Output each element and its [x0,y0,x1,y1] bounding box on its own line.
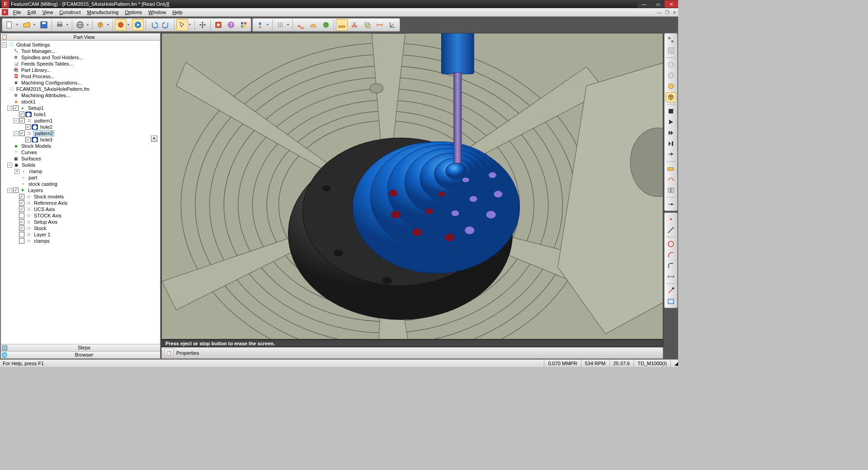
viewport-3d[interactable]: TOOLBOX◄ RESULTS◄ [161,33,663,339]
view-front-button[interactable] [665,46,676,56]
expand-icon[interactable]: − [14,131,19,136]
checkbox[interactable]: ✓ [19,194,24,199]
steps-tab[interactable]: 🔢Steps [1,344,160,351]
maximize-button[interactable]: ▭ [651,0,665,8]
help-button[interactable]: ? [225,19,237,31]
select-button[interactable] [176,19,188,31]
properties-label[interactable]: Properties [176,350,199,356]
expand-icon[interactable]: − [7,106,12,111]
sim-erase-button[interactable] [665,164,676,174]
geom-edit-button[interactable] [665,286,676,296]
tree-layer-item[interactable]: STOCK Axis [33,213,62,218]
sim-stop-button[interactable] [665,106,676,116]
sim-clip-button[interactable] [665,185,676,195]
checkbox[interactable]: ✓ [19,207,24,212]
tree-hole2[interactable]: hole2 [39,124,53,130]
sim-end-button[interactable] [665,139,676,149]
measure-button[interactable] [336,19,348,31]
tree-layers[interactable]: Layers [27,188,44,193]
sim-fast-button[interactable] [665,128,676,138]
checkbox[interactable]: ✓ [25,137,31,142]
checkbox[interactable]: ✓ [19,219,24,225]
view-wireframe-button[interactable] [665,60,676,70]
partview-icon[interactable]: 📋 [1,34,8,40]
sim-step-button[interactable] [665,150,676,160]
tree[interactable]: −📄Global Settings 🔧Tool Manager... ⚙Spin… [1,41,160,344]
sim-region-button[interactable] [665,174,676,184]
resize-grip[interactable]: ◢ [670,360,678,367]
curve-button[interactable] [295,19,307,31]
expand-icon[interactable]: − [14,118,19,123]
tree-item[interactable]: Post Process... [20,74,56,79]
minimize-button[interactable]: — [637,0,651,8]
menu-view[interactable]: View [39,9,57,16]
tree-solids[interactable]: Solids [21,162,36,168]
tree-global[interactable]: Global Settings [15,42,51,47]
geom-circle-button[interactable] [665,239,676,249]
checkbox[interactable]: ✓ [19,112,24,117]
tree-solid[interactable]: part [28,175,38,180]
tree-item[interactable]: Tool Manager... [20,48,56,54]
redo-button[interactable] [160,19,172,31]
tree-layer-item[interactable]: Setup Axis [33,219,58,225]
geom-fillet-button[interactable] [665,261,676,271]
feature-button[interactable] [212,19,224,31]
surface-button[interactable] [307,19,319,31]
save-button[interactable] [38,19,50,31]
solid-button[interactable] [320,19,332,31]
menu-edit[interactable]: Edit [24,9,39,16]
tree-curves[interactable]: Curves [20,150,38,155]
tree-item[interactable]: Spindles and Tool Holders... [20,55,84,60]
checkbox[interactable] [19,232,24,237]
trim-button[interactable] [349,19,360,31]
tree-solid[interactable]: stock casting [28,181,58,187]
snap-point-button[interactable] [254,19,266,31]
transform-button[interactable] [197,19,208,31]
app-menu-icon[interactable]: F [2,9,8,15]
view-shaded-button[interactable] [665,81,676,91]
mdi-restore-button[interactable]: ❐ [663,10,671,15]
tree-solid[interactable]: clamp [28,169,43,174]
simulate-button[interactable] [132,19,144,31]
sim-speed-button[interactable] [665,199,676,209]
tree-layer-item[interactable]: Stock models [33,194,65,199]
checkbox[interactable] [19,213,24,218]
mdi-minimize-button[interactable]: — [655,10,663,15]
geom-dim-button[interactable] [665,272,676,282]
tree-layer-item[interactable]: Reference Axis [33,200,68,206]
browser-tab[interactable]: 🌐Browser [1,351,160,358]
expand-icon[interactable]: + [14,169,19,174]
menu-manufacturing[interactable]: Manufacturing [84,9,122,16]
menu-file[interactable]: File [10,9,24,16]
tree-item[interactable]: Feeds Speeds Tables... [20,61,74,66]
tree-layer-item[interactable]: Layer 1 [33,232,52,237]
tree-pattern1[interactable]: pattern1 [33,118,53,123]
tree-pattern2[interactable]: pattern2 [33,130,54,136]
menu-construct[interactable]: Construct [56,9,84,16]
checkbox[interactable]: ✓ [19,131,25,136]
tree-setup1[interactable]: Setup1 [27,105,45,111]
close-button[interactable]: ✕ [665,0,678,8]
tree-layer-item[interactable]: clamps [33,238,51,244]
geom-line-button[interactable] [665,225,676,235]
tree-stockmodels[interactable]: Stock Models [20,143,52,149]
checkbox[interactable]: ✓ [19,118,25,123]
expand-icon[interactable]: − [7,163,12,168]
undo-button[interactable] [148,19,160,31]
view-top-button[interactable] [665,35,676,45]
tree-surfaces[interactable]: Surfaces [20,156,42,161]
globe-button[interactable] [74,19,86,31]
expand-icon[interactable]: − [2,42,7,47]
menu-window[interactable]: Window [145,9,169,16]
view-shaded-edges-button[interactable] [665,92,676,102]
tree-stock1[interactable]: stock1 [20,99,37,104]
cube-button[interactable] [94,19,106,31]
snap-grid-button[interactable] [274,19,286,31]
checkbox[interactable]: ✓ [13,105,19,111]
offset-button[interactable] [361,19,373,31]
tree-hole3[interactable]: hole3 [39,137,53,142]
checkbox[interactable]: ✓ [13,188,19,193]
open-button[interactable] [21,19,33,31]
dimension-button[interactable] [374,19,386,31]
tree-machattr[interactable]: Machining Attributes... [20,93,71,98]
